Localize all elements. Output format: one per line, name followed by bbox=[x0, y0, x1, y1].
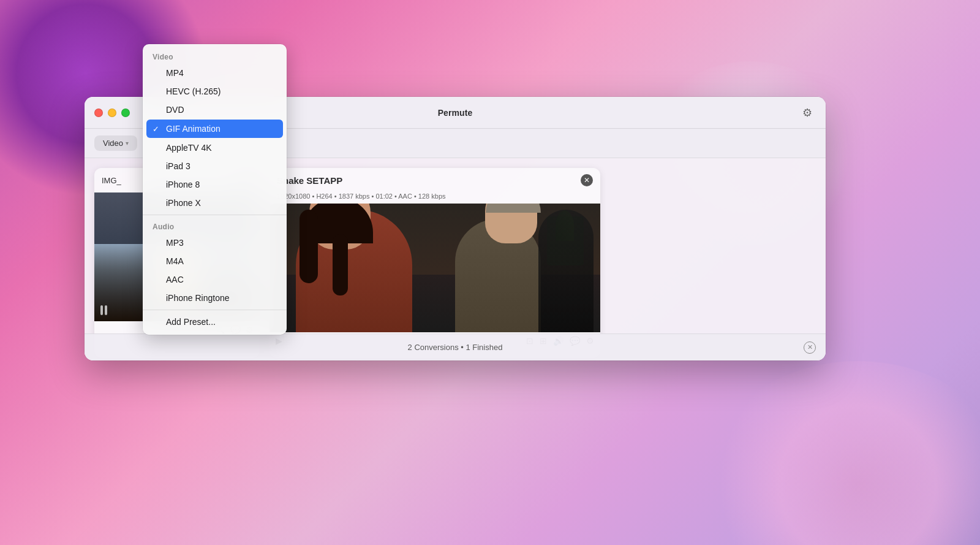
menu-item-ringtone[interactable]: iPhone Ringtone bbox=[143, 289, 287, 307]
menu-item-mp3[interactable]: MP3 bbox=[143, 234, 287, 252]
audio-section-header: Audio bbox=[143, 218, 287, 234]
chevron-down-icon: ▾ bbox=[126, 140, 129, 147]
menu-divider-1 bbox=[143, 215, 287, 215]
card-title-large: Snake SETAPP bbox=[277, 175, 576, 186]
menu-label-aac: AAC bbox=[166, 275, 184, 284]
video-section-header: Video bbox=[143, 48, 287, 64]
menu-item-dvd[interactable]: DVD bbox=[143, 101, 287, 119]
menu-item-appletv[interactable]: AppleTV 4K bbox=[143, 139, 287, 157]
pause-icon bbox=[100, 305, 107, 315]
menu-label-m4a: M4A bbox=[166, 256, 184, 266]
menu-item-add-preset[interactable]: Add Preset... bbox=[143, 313, 287, 331]
card-meta: 1920x1080 • H264 • 1837 kbps • 01:02 • A… bbox=[270, 192, 600, 204]
card-close-large[interactable]: ✕ bbox=[581, 174, 593, 186]
traffic-lights bbox=[94, 109, 130, 117]
format-selector-button[interactable]: Video ▾ bbox=[94, 135, 137, 151]
minimize-button[interactable] bbox=[108, 109, 116, 117]
maximize-button[interactable] bbox=[121, 109, 130, 117]
menu-item-mp4[interactable]: MP4 bbox=[143, 64, 287, 82]
menu-label-ipad3: iPad 3 bbox=[166, 161, 190, 171]
menu-divider-2 bbox=[143, 310, 287, 310]
menu-item-m4a[interactable]: M4A bbox=[143, 252, 287, 270]
status-bar: 2 Conversions • 1 Finished ✕ bbox=[85, 333, 826, 360]
window-title: Permute bbox=[438, 108, 473, 118]
menu-item-iphone8[interactable]: iPhone 8 bbox=[143, 175, 287, 194]
menu-item-ipad3[interactable]: iPad 3 bbox=[143, 157, 287, 175]
close-button[interactable] bbox=[94, 109, 103, 117]
menu-item-aac[interactable]: AAC bbox=[143, 270, 287, 289]
menu-label-ringtone: iPhone Ringtone bbox=[166, 293, 230, 303]
menu-label-iphone8: iPhone 8 bbox=[166, 180, 200, 189]
settings-icon[interactable]: ⚙ bbox=[799, 104, 816, 121]
menu-label-mp3: MP3 bbox=[166, 238, 184, 248]
menu-label-appletv: AppleTV 4K bbox=[166, 143, 212, 153]
status-close-button[interactable]: ✕ bbox=[804, 341, 816, 354]
menu-label-hevc: HEVC (H.265) bbox=[166, 86, 221, 96]
dropdown-menu: Video MP4 HEVC (H.265) DVD ✓ GIF Animati… bbox=[143, 44, 287, 335]
format-label: Video bbox=[103, 139, 123, 148]
menu-label-gif: GIF Animation bbox=[166, 124, 221, 134]
video-thumbnail-large bbox=[270, 204, 600, 332]
video-card-large: Snake SETAPP ✕ 1920x1080 • H264 • 1837 k… bbox=[270, 168, 600, 358]
menu-label-iphonex: iPhone X bbox=[166, 198, 201, 208]
close-icon-large: ✕ bbox=[584, 176, 590, 185]
status-close-icon: ✕ bbox=[807, 343, 813, 351]
menu-label-mp4: MP4 bbox=[166, 68, 184, 78]
menu-label-dvd: DVD bbox=[166, 105, 184, 115]
menu-label-add-preset: Add Preset... bbox=[166, 317, 216, 327]
checkmark-gif: ✓ bbox=[153, 124, 162, 134]
card-header-large: Snake SETAPP ✕ bbox=[270, 168, 600, 192]
menu-item-hevc[interactable]: HEVC (H.265) bbox=[143, 82, 287, 101]
status-text: 2 Conversions • 1 Finished bbox=[408, 343, 503, 352]
menu-item-iphonex[interactable]: iPhone X bbox=[143, 194, 287, 212]
menu-item-gif[interactable]: ✓ GIF Animation bbox=[146, 120, 283, 138]
